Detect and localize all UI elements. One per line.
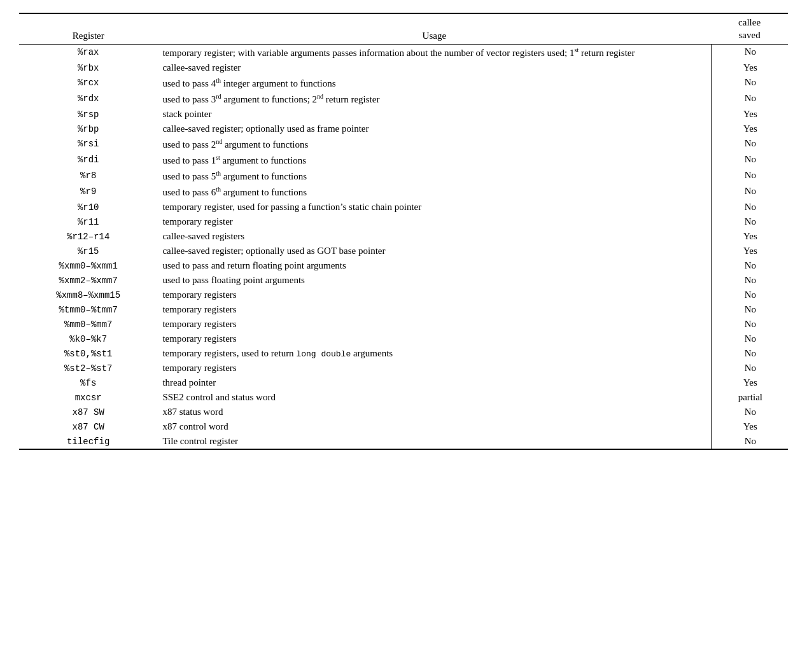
table-row: %rdxused to pass 3rd argument to functio… bbox=[19, 91, 788, 107]
callee-cell: Yes bbox=[711, 107, 788, 122]
register-cell: %xmm0–%xmm1 bbox=[19, 258, 157, 273]
register-cell: %rbx bbox=[19, 60, 157, 75]
table-row: %rcxused to pass 4th integer argument to… bbox=[19, 75, 788, 91]
table-row: mxcsrSSE2 control and status wordpartial bbox=[19, 390, 788, 405]
table-row: %rbxcallee-saved registerYes bbox=[19, 60, 788, 75]
register-cell: %r15 bbox=[19, 244, 157, 258]
usage-cell: used to pass 1st argument to functions bbox=[157, 152, 711, 168]
usage-cell: used to pass floating point arguments bbox=[157, 273, 711, 288]
callee-line1: callee bbox=[738, 17, 761, 27]
register-cell: %rsi bbox=[19, 136, 157, 152]
callee-cell: No bbox=[711, 75, 788, 91]
callee-cell: Yes bbox=[711, 60, 788, 75]
usage-cell: x87 control word bbox=[157, 419, 711, 434]
register-cell: %r8 bbox=[19, 168, 157, 184]
callee-cell: No bbox=[711, 273, 788, 288]
callee-cell: No bbox=[711, 434, 788, 449]
callee-cell: No bbox=[711, 168, 788, 184]
register-cell: %rax bbox=[19, 45, 157, 61]
usage-cell: callee-saved register bbox=[157, 60, 711, 75]
usage-cell: stack pointer bbox=[157, 107, 711, 122]
callee-cell: No bbox=[711, 405, 788, 419]
table-row: %mm0–%mm7temporary registersNo bbox=[19, 317, 788, 332]
table-row: %r9used to pass 6th argument to function… bbox=[19, 184, 788, 200]
table-row: %tmm0–%tmm7temporary registersNo bbox=[19, 302, 788, 317]
callee-cell: No bbox=[711, 45, 788, 61]
table-row: %st2–%st7temporary registersNo bbox=[19, 361, 788, 375]
table-row: %r15callee-saved register; optionally us… bbox=[19, 244, 788, 258]
usage-cell: temporary registers bbox=[157, 288, 711, 302]
usage-cell: x87 status word bbox=[157, 405, 711, 419]
usage-cell: temporary registers bbox=[157, 361, 711, 375]
table-row: %r12–r14callee-saved registersYes bbox=[19, 229, 788, 244]
usage-cell: callee-saved register; optionally used a… bbox=[157, 122, 711, 136]
usage-cell: temporary register; with variable argume… bbox=[157, 45, 711, 61]
register-cell: %k0–%k7 bbox=[19, 332, 157, 346]
table-row: %fsthread pointerYes bbox=[19, 375, 788, 390]
table-row: %xmm0–%xmm1used to pass and return float… bbox=[19, 258, 788, 273]
usage-cell: temporary register bbox=[157, 214, 711, 229]
table-row: %rdiused to pass 1st argument to functio… bbox=[19, 152, 788, 168]
callee-cell: No bbox=[711, 302, 788, 317]
usage-cell: Tile control register bbox=[157, 434, 711, 449]
register-cell: %mm0–%mm7 bbox=[19, 317, 157, 332]
usage-cell: SSE2 control and status word bbox=[157, 390, 711, 405]
register-cell: %xmm2–%xmm7 bbox=[19, 273, 157, 288]
usage-cell: thread pointer bbox=[157, 375, 711, 390]
callee-cell: No bbox=[711, 258, 788, 273]
callee-line2: saved bbox=[739, 30, 761, 40]
register-cell: %xmm8–%xmm15 bbox=[19, 288, 157, 302]
table-row: %rsiused to pass 2nd argument to functio… bbox=[19, 136, 788, 152]
usage-cell: used to pass 5th argument to functions bbox=[157, 168, 711, 184]
register-cell: mxcsr bbox=[19, 390, 157, 405]
callee-cell: No bbox=[711, 136, 788, 152]
callee-cell: partial bbox=[711, 390, 788, 405]
usage-cell: temporary registers bbox=[157, 302, 711, 317]
register-cell: %r9 bbox=[19, 184, 157, 200]
table-row: %xmm8–%xmm15temporary registersNo bbox=[19, 288, 788, 302]
callee-cell: No bbox=[711, 91, 788, 107]
table-row: %rspstack pointerYes bbox=[19, 107, 788, 122]
callee-cell: No bbox=[711, 288, 788, 302]
callee-cell: Yes bbox=[711, 244, 788, 258]
usage-cell: callee-saved registers bbox=[157, 229, 711, 244]
register-table: Register Usage callee saved %raxtemporar… bbox=[19, 13, 788, 450]
usage-cell: temporary registers bbox=[157, 332, 711, 346]
callee-cell: No bbox=[711, 346, 788, 361]
register-cell: %rcx bbox=[19, 75, 157, 91]
table-row: %r11temporary registerNo bbox=[19, 214, 788, 229]
usage-cell: used to pass and return floating point a… bbox=[157, 258, 711, 273]
usage-cell: callee-saved register; optionally used a… bbox=[157, 244, 711, 258]
usage-cell: temporary registers bbox=[157, 317, 711, 332]
register-cell: %r12–r14 bbox=[19, 229, 157, 244]
usage-cell: used to pass 2nd argument to functions bbox=[157, 136, 711, 152]
table-row: tilecfigTile control registerNo bbox=[19, 434, 788, 449]
register-cell: %fs bbox=[19, 375, 157, 390]
callee-cell: No bbox=[711, 184, 788, 200]
callee-cell: Yes bbox=[711, 375, 788, 390]
table-row: %r10temporary register, used for passing… bbox=[19, 200, 788, 214]
register-cell: x87 SW bbox=[19, 405, 157, 419]
usage-cell: temporary register, used for passing a f… bbox=[157, 200, 711, 214]
register-cell: x87 CW bbox=[19, 419, 157, 434]
callee-cell: No bbox=[711, 317, 788, 332]
register-cell: %rbp bbox=[19, 122, 157, 136]
table-row: %r8used to pass 5th argument to function… bbox=[19, 168, 788, 184]
callee-cell: No bbox=[711, 152, 788, 168]
callee-cell: Yes bbox=[711, 229, 788, 244]
register-cell: %rsp bbox=[19, 107, 157, 122]
usage-cell: used to pass 4th integer argument to fun… bbox=[157, 75, 711, 91]
register-cell: %st0,%st1 bbox=[19, 346, 157, 361]
callee-cell: No bbox=[711, 214, 788, 229]
table-row: x87 CWx87 control wordYes bbox=[19, 419, 788, 434]
header-usage: Usage bbox=[157, 13, 711, 45]
register-cell: %r11 bbox=[19, 214, 157, 229]
callee-cell: No bbox=[711, 200, 788, 214]
usage-cell: used to pass 6th argument to functions bbox=[157, 184, 711, 200]
register-cell: %rdx bbox=[19, 91, 157, 107]
header-register: Register bbox=[19, 13, 157, 45]
register-cell: %st2–%st7 bbox=[19, 361, 157, 375]
table-row: %xmm2–%xmm7used to pass floating point a… bbox=[19, 273, 788, 288]
callee-cell: Yes bbox=[711, 122, 788, 136]
register-cell: tilecfig bbox=[19, 434, 157, 449]
